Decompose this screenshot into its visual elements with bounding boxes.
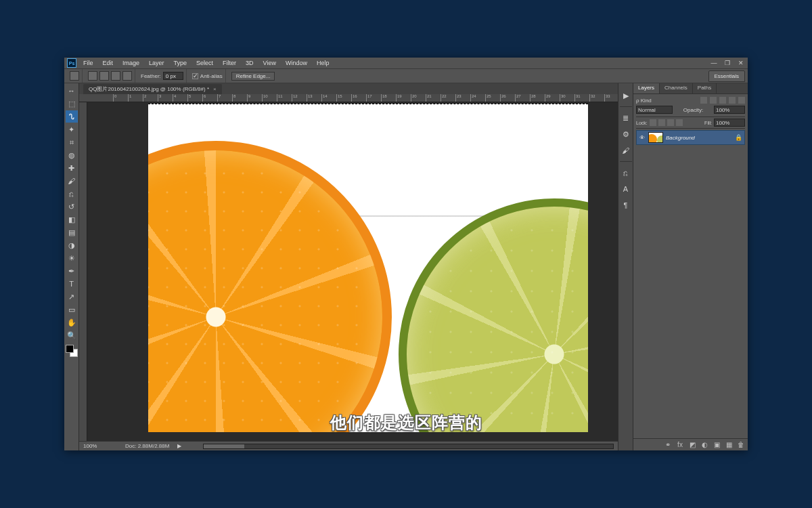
clone-panel-icon[interactable]: ⎌ <box>621 167 631 178</box>
minimize-button[interactable]: — <box>707 58 721 68</box>
group-icon[interactable]: ▣ <box>713 441 721 449</box>
gradient-tool[interactable]: ▤ <box>66 226 78 238</box>
lock-position-icon[interactable] <box>667 119 674 126</box>
brush-panel-icon[interactable]: 🖌 <box>621 145 631 156</box>
chevron-right-icon[interactable]: ▶ <box>177 443 181 449</box>
blur-tool[interactable]: ◑ <box>66 239 78 251</box>
eyedropper-tool[interactable]: ◍ <box>66 149 78 161</box>
zoom-level[interactable]: 100% <box>83 443 117 449</box>
close-button[interactable]: ✕ <box>734 58 748 68</box>
ruler-mark: 1 <box>128 94 131 102</box>
color-swatches[interactable] <box>66 345 78 357</box>
blend-mode-select[interactable] <box>636 106 673 114</box>
layer-thumbnail[interactable] <box>648 132 663 143</box>
document-tab-close-icon[interactable]: × <box>213 86 217 92</box>
selection-intersect-icon[interactable] <box>122 71 132 81</box>
workspace-switcher[interactable]: Essentials <box>708 70 745 82</box>
tab-layers[interactable]: Layers <box>633 83 660 93</box>
lasso-tool-icon[interactable] <box>70 71 79 81</box>
properties-panel-icon[interactable]: ⚙ <box>621 129 631 140</box>
filter-shape-icon[interactable] <box>729 97 736 104</box>
selection-add-icon[interactable] <box>99 71 109 81</box>
tab-paths[interactable]: Paths <box>693 83 717 93</box>
history-panel-icon[interactable]: ▶ <box>621 90 631 101</box>
filter-adjust-icon[interactable] <box>710 97 717 104</box>
delete-layer-icon[interactable]: 🗑 <box>737 441 745 449</box>
crop-tool[interactable]: ⌗ <box>66 136 78 148</box>
history-brush-tool[interactable]: ↺ <box>66 200 78 213</box>
new-layer-icon[interactable]: ▦ <box>725 441 733 449</box>
adjustment-layer-icon[interactable]: ◐ <box>700 441 708 449</box>
lock-transparency-icon[interactable] <box>650 119 656 126</box>
menu-help[interactable]: Help <box>313 58 334 68</box>
magic-wand-tool[interactable]: ✦ <box>66 123 78 135</box>
actions-panel-icon[interactable]: ≣ <box>621 112 631 123</box>
panel-tabs: Layers Channels Paths <box>633 83 748 94</box>
ruler-mark: 17 <box>366 94 372 102</box>
filter-smart-icon[interactable] <box>738 97 745 104</box>
horizontal-scrollbar[interactable] <box>203 444 614 449</box>
ruler-mark: 28 <box>530 94 536 102</box>
ruler-mark: 30 <box>560 94 566 102</box>
menu-window[interactable]: Window <box>281 58 311 68</box>
filter-pixel-icon[interactable] <box>700 97 707 104</box>
opacity-input[interactable] <box>714 106 745 114</box>
document-tab[interactable]: QQ图片20160421002624.jpg @ 100% (RGB/8#) *… <box>83 84 222 94</box>
collapsed-panel-dock: ▶≣⚙🖌⎌A¶ <box>618 83 633 450</box>
menu-image[interactable]: Image <box>118 58 143 68</box>
menu-select[interactable]: Select <box>192 58 217 68</box>
ruler-mark: 23 <box>455 94 461 102</box>
layer-name-label[interactable]: Background <box>666 135 732 141</box>
lock-all-icon[interactable] <box>676 119 683 126</box>
filter-type-icon[interactable] <box>719 97 726 104</box>
lasso-tool[interactable]: ᔐ <box>66 110 78 123</box>
refine-edge-button[interactable]: Refine Edge... <box>231 72 275 81</box>
visibility-eye-icon[interactable]: 👁 <box>639 135 646 141</box>
menu-view[interactable]: View <box>259 58 280 68</box>
marquee-tool[interactable]: ⬚ <box>66 98 78 110</box>
ruler-mark: 33 <box>604 94 610 102</box>
menu-layer[interactable]: Layer <box>145 58 168 68</box>
maximize-button[interactable]: ❐ <box>721 58 734 68</box>
ruler-mark: 12 <box>292 94 298 102</box>
foreground-color-swatch[interactable] <box>66 345 74 353</box>
stamp-tool[interactable]: ⎌ <box>66 188 78 200</box>
menu-3d[interactable]: 3D <box>242 58 258 68</box>
ruler-horizontal: 0123456789101112131415161718192021222324… <box>79 94 618 102</box>
path-tool[interactable]: ↗ <box>66 291 78 303</box>
document-area: QQ图片20160421002624.jpg @ 100% (RGB/8#) *… <box>79 83 618 450</box>
pen-tool[interactable]: ✒ <box>66 265 78 277</box>
move-tool[interactable]: ↔ <box>66 85 78 97</box>
layer-style-icon[interactable]: fx <box>676 441 684 449</box>
type-tool[interactable]: T <box>66 278 78 290</box>
fill-input[interactable] <box>714 119 745 127</box>
tab-channels[interactable]: Channels <box>660 83 693 93</box>
healing-tool[interactable]: ✚ <box>66 162 78 174</box>
layer-row-background[interactable]: 👁 Background 🔒 <box>636 130 745 145</box>
menubar: Ps File Edit Image Layer Type Select Fil… <box>64 58 748 68</box>
hand-tool[interactable]: ✋ <box>66 316 78 329</box>
feather-input[interactable] <box>163 72 183 80</box>
canvas[interactable] <box>148 104 588 432</box>
character-panel-icon[interactable]: A <box>621 184 631 194</box>
link-layers-icon[interactable]: ⚭ <box>664 441 672 449</box>
shape-tool[interactable]: ▭ <box>66 303 78 316</box>
canvas-viewport[interactable] <box>87 102 618 441</box>
feather-label: Feather: <box>141 73 161 79</box>
ruler-mark: 7 <box>217 94 221 102</box>
selection-subtract-icon[interactable] <box>111 71 120 81</box>
eraser-tool[interactable]: ◧ <box>66 213 78 226</box>
brush-tool[interactable]: 🖌 <box>66 175 78 187</box>
zoom-tool[interactable]: 🔍 <box>66 329 78 341</box>
paragraph-panel-icon[interactable]: ¶ <box>621 200 631 211</box>
scrollbar-thumb[interactable] <box>204 444 244 448</box>
menu-file[interactable]: File <box>79 58 97 68</box>
lock-pixels-icon[interactable] <box>658 119 665 126</box>
selection-new-icon[interactable] <box>88 71 97 81</box>
menu-type[interactable]: Type <box>170 58 191 68</box>
dodge-tool[interactable]: ☀ <box>66 252 78 264</box>
layer-mask-icon[interactable]: ◩ <box>688 441 696 449</box>
antialias-checkbox[interactable] <box>192 73 198 79</box>
menu-filter[interactable]: Filter <box>219 58 240 68</box>
menu-edit[interactable]: Edit <box>99 58 118 68</box>
